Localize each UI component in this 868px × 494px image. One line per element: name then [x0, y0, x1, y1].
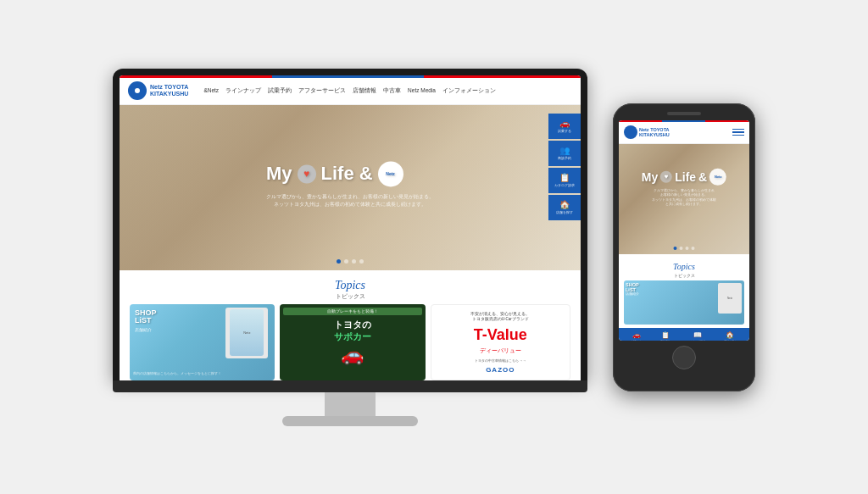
topics-jp-title: トピックス — [130, 292, 570, 301]
nav-item-netz[interactable]: &Netz — [203, 87, 219, 95]
phone-speaker — [667, 112, 701, 115]
phone-home-button[interactable] — [672, 346, 696, 369]
tvalue-logo-group: T-Value — [474, 327, 527, 343]
hero-dots — [337, 259, 364, 264]
phone-bottom-btn-catalog[interactable]: 📖 カタログ請求 — [690, 331, 705, 341]
monitor-stand-neck — [325, 392, 376, 416]
gazoo-logo: GAZOO — [486, 366, 515, 374]
topics-section: Topics トピックス SHOPLiST 店舗紹介 — [120, 270, 581, 380]
phone-hero: My ♥ Life & Netz クルマ選びから、豊かな暮らしが生まれ お客様の… — [619, 144, 749, 254]
nav-item-shop[interactable]: 店舗情報 — [353, 87, 376, 95]
hamburger-line-1 — [732, 129, 744, 130]
phone-topics: Topics トピックス SHOPLiST 店舗紹介 Netz — [619, 254, 749, 328]
phone-bottom-btn-consult[interactable]: 📋 商談予約 — [660, 331, 670, 341]
shop-sign-label: Netz — [243, 330, 250, 335]
nav-item-info[interactable]: インフォメーション — [442, 87, 496, 95]
clipboard-icon: 📋 — [559, 173, 570, 182]
hero-netz-badge: Netz — [378, 161, 403, 186]
tvalue-logo-container: T-Value — [474, 327, 527, 343]
phone-logo-circle — [624, 125, 637, 139]
topics-title: Topics トピックス — [130, 277, 570, 301]
hero-my: My — [266, 163, 292, 185]
topic-card-sapo[interactable]: 自動ブレーキをもと装備！ トヨタのサポカー 🚗 — [280, 304, 425, 380]
nav-item-media[interactable]: Netz Media — [408, 87, 436, 95]
phone-bottom-btn-store[interactable]: 🏠 店舗を探す — [724, 331, 737, 341]
side-btn-test[interactable]: 🚗 試乗する — [548, 114, 581, 139]
phone-my: My — [642, 169, 658, 183]
shop-jp-text: 県内の店舗情報はこちらから。メッセージをもとに探す！ — [133, 371, 221, 375]
sapo-highlight: サポカー — [334, 331, 371, 341]
desktop-nav: Netz TOYOTA KITAKYUSHU &Netz ラインナップ 試乗予約… — [120, 78, 581, 105]
nav-item-after[interactable]: アフターサービス — [298, 87, 346, 95]
tvalue-bottom-text: トヨタの中古車情報はこちら →→ — [475, 358, 526, 363]
phone-topic-shop[interactable]: SHOPLiST 店舗紹介 Netz — [624, 280, 744, 325]
phone-nav: Netz TOYOTA KITAKYUSHU — [619, 122, 749, 144]
hero-dot-4[interactable] — [359, 259, 364, 264]
hero-dot-2[interactable] — [344, 259, 348, 264]
side-buttons: 🚗 試乗する 👥 商談予約 📋 カタログ請求 🏠 — [548, 114, 581, 220]
tvalue-main-logo: T-Value — [474, 326, 527, 343]
nav-item-lineup[interactable]: ラインナップ — [225, 87, 261, 95]
phone-car-icon: 🚗 — [632, 331, 641, 339]
hero-subtitle: クルマ選びから、豊かな暮らしが生まれ、お客様の新しい発見が始まる。 ネッツトヨタ… — [266, 193, 434, 208]
shop-sign-image: Netz — [225, 308, 268, 358]
phone-headline: My ♥ Life & Netz — [642, 168, 726, 185]
phone-life: Life — [675, 169, 696, 183]
phone-bottom-bar: 🚗 試乗する 📋 商談予約 📖 カタログ請求 🏠 店舗を探す — [619, 328, 749, 341]
phone-amp: & — [698, 169, 707, 183]
hero-text-block: My ♥ Life & Netz クルマ選びから、豊かな暮らしが生まれ、お客様の… — [266, 161, 434, 208]
phone-dot-3[interactable] — [686, 247, 689, 250]
hero-amp: & — [359, 163, 373, 185]
phone-hero-text: My ♥ Life & Netz クルマ選びから、豊かな暮らしが生まれ お客様の… — [642, 168, 726, 207]
phone-screen: Netz TOYOTA KITAKYUSHU — [619, 120, 749, 341]
phone-consult-label: 商談予約 — [660, 340, 670, 341]
nav-logo: Netz TOYOTA KITAKYUSHU — [128, 81, 188, 100]
phone-dot-4[interactable] — [692, 247, 695, 250]
phone-sign-label: Netz — [727, 297, 732, 300]
topics-cursive-title: Topics — [335, 279, 365, 291]
hero-dot-1[interactable] — [337, 259, 341, 264]
sapo-car-emoji: 🚗 — [341, 344, 364, 366]
people-icon: 👥 — [559, 146, 570, 155]
shop-sub-text: 店舗紹介 — [135, 327, 157, 332]
logo-circle — [128, 81, 147, 100]
phone-netz-badge: Netz — [709, 168, 726, 185]
side-btn-store[interactable]: 🏠 店舗を探す — [548, 195, 581, 220]
phone-hero-subtitle: クルマ選びから、豊かな暮らしが生まれ お客様の新しい発見が始まる。 ネッツトヨタ… — [642, 188, 726, 207]
nav-item-test[interactable]: 試乗予約 — [268, 87, 292, 95]
phone-topics-jp: トピックス — [624, 273, 744, 278]
topic-card-shop[interactable]: SHOPLiST 店舗紹介 Netz 県内の店舗情報はこちらから。メッセージをも… — [130, 304, 275, 380]
car-icon: 🚗 — [559, 119, 570, 128]
monitor-stand-top — [113, 380, 587, 392]
brand-text: Netz TOYOTA KITAKYUSHU — [150, 84, 188, 97]
side-btn-store-label: 店舗を探す — [556, 210, 573, 214]
shop-list-text: SHOPLiST 店舗紹介 — [135, 309, 157, 333]
side-btn-catalog-label: カタログ請求 — [554, 183, 575, 187]
phone-outer: Netz TOYOTA KITAKYUSHU — [613, 103, 755, 391]
phone-logo: Netz TOYOTA KITAKYUSHU — [624, 125, 670, 139]
phone-topics-grid: SHOPLiST 店舗紹介 Netz — [624, 280, 744, 325]
hero-dot-3[interactable] — [352, 259, 356, 264]
topics-grid: SHOPLiST 店舗紹介 Netz 県内の店舗情報はこちらから。メッセージをも… — [130, 304, 570, 380]
phone-bottom-btn-test[interactable]: 🚗 試乗する — [632, 331, 642, 341]
phone-heart: ♥ — [660, 170, 672, 182]
desktop-hero: My ♥ Life & Netz クルマ選びから、豊かな暮らしが生まれ、お客様の… — [120, 105, 581, 270]
logo-inner — [133, 86, 142, 95]
phone-store-label: 店舗を探す — [724, 340, 737, 341]
side-btn-catalog[interactable]: 📋 カタログ請求 — [548, 168, 581, 193]
sapo-main-text: トヨタのサポカー — [334, 319, 371, 343]
nav-item-used[interactable]: 中古車 — [383, 87, 401, 95]
hero-heart: ♥ — [298, 164, 316, 183]
side-btn-consult[interactable]: 👥 商談予約 — [548, 141, 581, 166]
topic-card-tvalue[interactable]: 不安が消える、安心が見える。トヨタ販売店のU-Carブランド T-Value デ… — [431, 304, 570, 380]
phone-dot-2[interactable] — [680, 247, 683, 250]
shop-text-big: SHOPLiST — [135, 309, 157, 326]
mobile-phone: Netz TOYOTA KITAKYUSHU — [613, 103, 755, 391]
desktop-monitor: Netz TOYOTA KITAKYUSHU &Netz ラインナップ 試乗予約… — [113, 69, 587, 426]
phone-hamburger-menu[interactable] — [732, 129, 744, 136]
hamburger-line-3 — [732, 135, 744, 136]
nav-menu: &Netz ラインナップ 試乗予約 アフターサービス 店舗情報 中古車 Netz… — [203, 87, 496, 95]
phone-dot-1[interactable] — [674, 247, 677, 250]
hero-headline: My ♥ Life & Netz — [266, 161, 434, 186]
side-btn-test-label: 試乗する — [558, 129, 571, 133]
